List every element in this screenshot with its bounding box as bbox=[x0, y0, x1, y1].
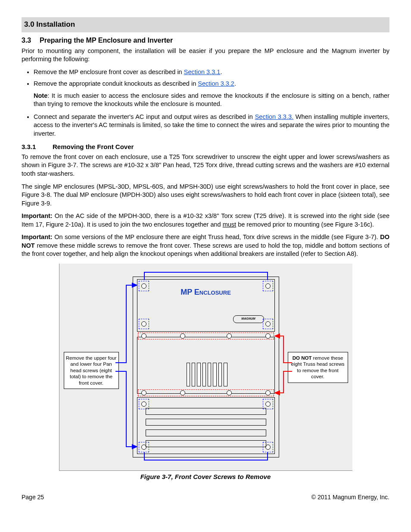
figure-diagram: MP Enclosure MAGNUM bbox=[59, 264, 352, 471]
chapter-header: 3.0 Installation bbox=[22, 17, 389, 32]
list-item: Connect and separate the inverter's AC i… bbox=[34, 113, 389, 138]
underline-text: must bbox=[223, 221, 236, 228]
section-number: 3.3 bbox=[22, 36, 40, 45]
subsection-title-text: Removing the Front Cover bbox=[53, 143, 134, 150]
copyright: © 2011 Magnum Energy, Inc. bbox=[311, 493, 389, 501]
subsection-heading: 3.3.1Removing the Front Cover bbox=[22, 143, 389, 151]
section-intro: Prior to mounting any component, the ins… bbox=[22, 47, 389, 64]
bullet-text: Connect and separate the inverter's AC i… bbox=[34, 113, 255, 120]
page-footer: Page 25 © 2011 Magnum Energy, Inc. bbox=[22, 493, 389, 501]
important-label: Important: bbox=[22, 233, 53, 240]
body-text: be removed prior to mounting (see Figure… bbox=[236, 221, 374, 228]
body-text: remove these middle screws to remove the… bbox=[22, 242, 389, 258]
list-item: Remove the appropriate conduit knockouts… bbox=[34, 80, 389, 88]
body-paragraph: To remove the front cover on each enclos… bbox=[22, 153, 389, 178]
bullet-text: Remove the appropriate conduit knockouts… bbox=[34, 80, 198, 87]
section-link[interactable]: Section 3.3.3. bbox=[255, 113, 293, 120]
bullet-text: . bbox=[234, 80, 236, 87]
important-paragraph: Important: On some versions of the MP en… bbox=[22, 233, 389, 258]
important-paragraph: Important: On the AC side of the MPDH-30… bbox=[22, 212, 389, 229]
note-label: Note bbox=[34, 92, 47, 99]
arrow-overlay bbox=[59, 264, 352, 470]
section-title-text: Preparing the MP Enclosure and Inverter bbox=[40, 37, 173, 44]
bullet-list: Connect and separate the inverter's AC i… bbox=[34, 113, 389, 138]
note-text: : It is much easier to access the enclos… bbox=[34, 92, 389, 108]
list-item: Remove the MP enclosure front cover as d… bbox=[34, 68, 389, 77]
section-link[interactable]: Section 3.3.1 bbox=[184, 68, 221, 75]
page-number: Page 25 bbox=[22, 493, 44, 501]
body-paragraph: The single MP enclosures (MPSL-30D, MPSL… bbox=[22, 183, 389, 208]
bullet-text: . bbox=[220, 68, 222, 75]
note-paragraph: Note: It is much easier to access the en… bbox=[34, 92, 389, 109]
bullet-list: Remove the MP enclosure front cover as d… bbox=[34, 68, 389, 88]
figure-caption: Figure 3-7, Front Cover Screws to Remove bbox=[22, 473, 389, 481]
bullet-text: Remove the MP enclosure front cover as d… bbox=[34, 68, 184, 75]
subsection-number: 3.3.1 bbox=[22, 143, 53, 151]
body-text: On some versions of the MP enclosure the… bbox=[53, 233, 380, 240]
important-label: Important: bbox=[22, 212, 53, 219]
section-heading: 3.3Preparing the MP Enclosure and Invert… bbox=[22, 36, 389, 45]
section-link[interactable]: Section 3.3.2 bbox=[198, 80, 234, 87]
